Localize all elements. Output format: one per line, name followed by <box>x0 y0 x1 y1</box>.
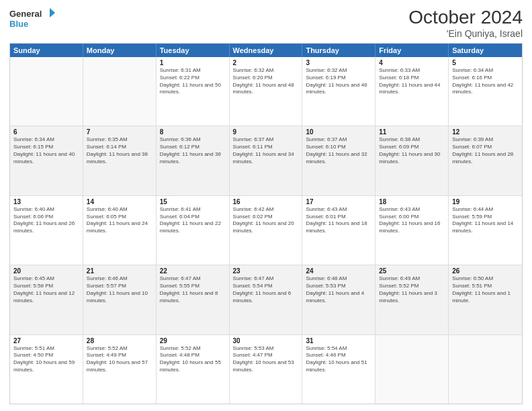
week-row-2: 6 Sunrise: 6:34 AMSunset: 6:15 PMDayligh… <box>10 126 522 195</box>
header-tuesday: Tuesday <box>157 44 230 57</box>
header-friday: Friday <box>375 44 449 57</box>
header-saturday: Saturday <box>449 44 522 57</box>
day-number: 19 <box>452 198 519 205</box>
calendar-body: 1 Sunrise: 6:31 AMSunset: 6:22 PMDayligh… <box>10 57 522 404</box>
table-row: 27 Sunrise: 5:51 AMSunset: 4:50 PMDaylig… <box>10 335 83 404</box>
day-number: 10 <box>306 128 371 136</box>
table-row: 8 Sunrise: 6:36 AMSunset: 6:12 PMDayligh… <box>157 126 230 195</box>
cell-info: Sunrise: 6:43 AMSunset: 6:01 PMDaylight:… <box>306 206 371 235</box>
table-row: 28 Sunrise: 5:52 AMSunset: 4:49 PMDaylig… <box>83 335 157 404</box>
header-wednesday: Wednesday <box>230 44 303 57</box>
day-number: 9 <box>233 128 299 136</box>
day-number: 3 <box>306 59 371 66</box>
day-number: 21 <box>87 267 152 275</box>
cell-info: Sunrise: 6:41 AMSunset: 6:04 PMDaylight:… <box>160 206 226 235</box>
table-row: 23 Sunrise: 6:47 AMSunset: 5:54 PMDaylig… <box>230 265 303 334</box>
title-location: 'Ein Quniya, Israel <box>408 28 523 39</box>
logo: General Blue <box>9 7 56 29</box>
day-number: 18 <box>379 198 445 205</box>
table-row: 11 Sunrise: 6:38 AMSunset: 6:09 PMDaylig… <box>375 126 449 195</box>
title-month: October 2024 <box>408 7 523 28</box>
cell-info: Sunrise: 6:38 AMSunset: 6:09 PMDaylight:… <box>379 136 445 165</box>
day-number: 23 <box>233 267 299 275</box>
week-row-3: 13 Sunrise: 6:40 AMSunset: 6:06 PMDaylig… <box>10 195 522 265</box>
table-row: 20 Sunrise: 6:45 AMSunset: 5:58 PMDaylig… <box>10 265 83 334</box>
calendar-header: Sunday Monday Tuesday Wednesday Thursday… <box>10 44 522 57</box>
table-row: 13 Sunrise: 6:40 AMSunset: 6:06 PMDaylig… <box>10 196 83 265</box>
cell-info: Sunrise: 6:47 AMSunset: 5:54 PMDaylight:… <box>233 275 299 304</box>
table-row <box>10 57 83 126</box>
cell-info: Sunrise: 6:32 AMSunset: 6:19 PMDaylight:… <box>306 67 371 96</box>
cell-info: Sunrise: 6:48 AMSunset: 5:53 PMDaylight:… <box>306 275 371 304</box>
day-number: 22 <box>160 267 226 275</box>
day-number: 7 <box>87 128 152 136</box>
cell-info: Sunrise: 6:49 AMSunset: 5:52 PMDaylight:… <box>379 275 445 304</box>
cell-info: Sunrise: 6:45 AMSunset: 5:58 PMDaylight:… <box>13 275 79 304</box>
header-thursday: Thursday <box>302 44 375 57</box>
cell-info: Sunrise: 6:50 AMSunset: 5:51 PMDaylight:… <box>452 275 519 304</box>
table-row: 24 Sunrise: 6:48 AMSunset: 5:53 PMDaylig… <box>302 265 375 334</box>
cell-info: Sunrise: 6:37 AMSunset: 6:10 PMDaylight:… <box>306 136 371 165</box>
day-number: 17 <box>306 198 371 205</box>
table-row: 26 Sunrise: 6:50 AMSunset: 5:51 PMDaylig… <box>449 265 522 334</box>
day-number: 30 <box>233 337 299 345</box>
day-number: 13 <box>13 198 79 205</box>
svg-marker-0 <box>50 8 55 17</box>
cell-info: Sunrise: 6:42 AMSunset: 6:02 PMDaylight:… <box>233 206 299 235</box>
table-row: 7 Sunrise: 6:35 AMSunset: 6:14 PMDayligh… <box>83 126 157 195</box>
table-row: 10 Sunrise: 6:37 AMSunset: 6:10 PMDaylig… <box>302 126 375 195</box>
table-row: 2 Sunrise: 6:32 AMSunset: 6:20 PMDayligh… <box>230 57 303 126</box>
cell-info: Sunrise: 5:54 AMSunset: 4:46 PMDaylight:… <box>306 345 371 374</box>
header-monday: Monday <box>83 44 157 57</box>
day-number: 26 <box>452 267 519 275</box>
day-number: 12 <box>452 128 519 136</box>
table-row: 30 Sunrise: 5:53 AMSunset: 4:47 PMDaylig… <box>230 335 303 404</box>
table-row: 4 Sunrise: 6:33 AMSunset: 6:18 PMDayligh… <box>375 57 449 126</box>
table-row: 29 Sunrise: 5:52 AMSunset: 4:48 PMDaylig… <box>157 335 230 404</box>
day-number: 31 <box>306 337 371 345</box>
table-row <box>449 335 522 404</box>
week-row-1: 1 Sunrise: 6:31 AMSunset: 6:22 PMDayligh… <box>10 57 522 126</box>
cell-info: Sunrise: 6:34 AMSunset: 6:16 PMDaylight:… <box>452 67 519 96</box>
cell-info: Sunrise: 6:32 AMSunset: 6:20 PMDaylight:… <box>233 67 299 96</box>
table-row <box>375 335 449 404</box>
table-row <box>83 57 157 126</box>
header: General Blue October 2024 'Ein Quniya, I… <box>9 7 523 39</box>
table-row: 25 Sunrise: 6:49 AMSunset: 5:52 PMDaylig… <box>375 265 449 334</box>
week-row-4: 20 Sunrise: 6:45 AMSunset: 5:58 PMDaylig… <box>10 265 522 334</box>
day-number: 2 <box>233 59 299 66</box>
cell-info: Sunrise: 6:44 AMSunset: 5:59 PMDaylight:… <box>452 206 519 235</box>
table-row: 1 Sunrise: 6:31 AMSunset: 6:22 PMDayligh… <box>157 57 230 126</box>
table-row: 31 Sunrise: 5:54 AMSunset: 4:46 PMDaylig… <box>302 335 375 404</box>
cell-info: Sunrise: 6:35 AMSunset: 6:14 PMDaylight:… <box>87 136 152 165</box>
table-row: 9 Sunrise: 6:37 AMSunset: 6:11 PMDayligh… <box>230 126 303 195</box>
day-number: 16 <box>233 198 299 205</box>
table-row: 22 Sunrise: 6:47 AMSunset: 5:55 PMDaylig… <box>157 265 230 334</box>
table-row: 15 Sunrise: 6:41 AMSunset: 6:04 PMDaylig… <box>157 196 230 265</box>
week-row-5: 27 Sunrise: 5:51 AMSunset: 4:50 PMDaylig… <box>10 334 522 404</box>
cell-info: Sunrise: 6:47 AMSunset: 5:55 PMDaylight:… <box>160 275 226 304</box>
cell-info: Sunrise: 6:40 AMSunset: 6:05 PMDaylight:… <box>87 206 152 235</box>
table-row: 19 Sunrise: 6:44 AMSunset: 5:59 PMDaylig… <box>449 196 522 265</box>
day-number: 25 <box>379 267 445 275</box>
cell-info: Sunrise: 6:39 AMSunset: 6:07 PMDaylight:… <box>452 136 519 165</box>
table-row: 17 Sunrise: 6:43 AMSunset: 6:01 PMDaylig… <box>302 196 375 265</box>
cell-info: Sunrise: 6:40 AMSunset: 6:06 PMDaylight:… <box>13 206 79 235</box>
day-number: 1 <box>160 59 226 66</box>
table-row: 14 Sunrise: 6:40 AMSunset: 6:05 PMDaylig… <box>83 196 157 265</box>
day-number: 24 <box>306 267 371 275</box>
table-row: 16 Sunrise: 6:42 AMSunset: 6:02 PMDaylig… <box>230 196 303 265</box>
day-number: 20 <box>13 267 79 275</box>
table-row: 5 Sunrise: 6:34 AMSunset: 6:16 PMDayligh… <box>449 57 522 126</box>
cell-info: Sunrise: 6:37 AMSunset: 6:11 PMDaylight:… <box>233 136 299 165</box>
day-number: 27 <box>13 337 79 345</box>
table-row: 6 Sunrise: 6:34 AMSunset: 6:15 PMDayligh… <box>10 126 83 195</box>
day-number: 11 <box>379 128 445 136</box>
table-row: 21 Sunrise: 6:46 AMSunset: 5:57 PMDaylig… <box>83 265 157 334</box>
day-number: 14 <box>87 198 152 205</box>
table-row: 12 Sunrise: 6:39 AMSunset: 6:07 PMDaylig… <box>449 126 522 195</box>
cell-info: Sunrise: 6:46 AMSunset: 5:57 PMDaylight:… <box>87 275 152 304</box>
day-number: 8 <box>160 128 226 136</box>
cell-info: Sunrise: 5:52 AMSunset: 4:49 PMDaylight:… <box>87 345 152 374</box>
cell-info: Sunrise: 6:31 AMSunset: 6:22 PMDaylight:… <box>160 67 226 96</box>
